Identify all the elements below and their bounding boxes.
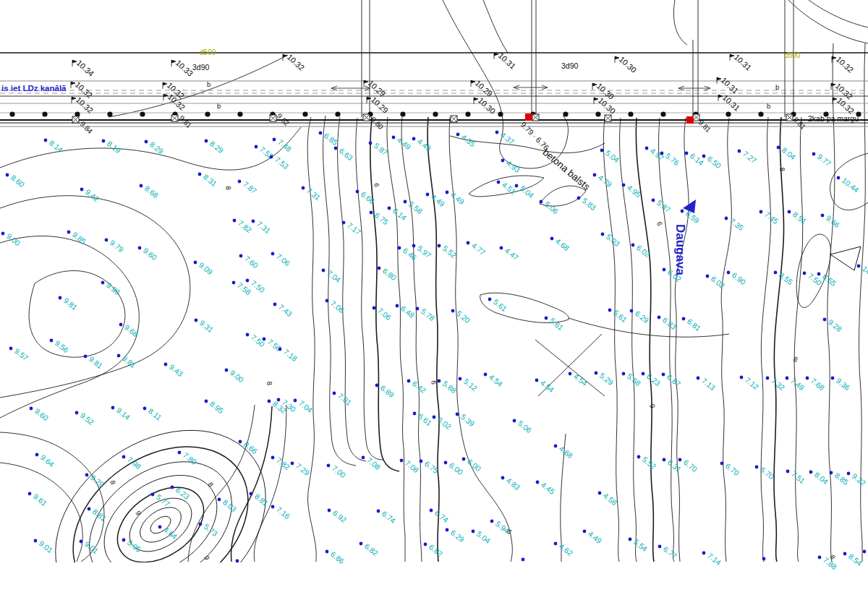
survey-point-label: 8.19 — [106, 139, 123, 155]
survey-point — [467, 241, 470, 245]
b-label: b — [775, 83, 779, 91]
survey-point — [706, 275, 710, 278]
railing-post-dot — [628, 111, 633, 116]
survey-point-label: 4.49 — [430, 192, 447, 208]
survey-point-label: 5.83 — [581, 196, 598, 212]
railing-post-dot — [205, 111, 210, 116]
survey-point — [145, 140, 148, 144]
contour-line — [401, 117, 422, 562]
survey-point-label: 7.32 — [770, 376, 787, 392]
survey-point — [631, 244, 635, 247]
survey-point-label: 4.35 — [460, 132, 477, 148]
survey-point — [239, 440, 242, 444]
survey-point — [725, 217, 728, 220]
survey-point-label: 5.06 — [543, 200, 561, 215]
survey-point — [430, 509, 433, 513]
survey-point — [830, 471, 833, 475]
survey-point — [823, 318, 827, 322]
track-elevation-label: 10.31 — [720, 76, 740, 95]
survey-point — [271, 505, 275, 509]
survey-point — [252, 220, 255, 223]
survey-point — [843, 552, 847, 556]
survey-point-label: 7.43 — [277, 302, 294, 318]
survey-point — [359, 542, 363, 546]
track-elevation-label: 10.31 — [733, 53, 753, 72]
survey-point-label: 9.57 — [13, 346, 30, 362]
track-elevation-label: 10.34 — [75, 59, 95, 78]
survey-point-label: 9.01 — [83, 539, 101, 555]
marker-elevation-label: 9.80 — [370, 116, 386, 132]
survey-point — [271, 252, 275, 256]
survey-point — [273, 138, 276, 142]
survey-point — [658, 316, 661, 320]
survey-point-label: 9.81 — [88, 354, 105, 370]
railing-post-dot — [140, 111, 145, 116]
survey-point-label: 9.64 — [39, 453, 56, 468]
survey-point — [550, 237, 554, 241]
direction-arrow-icon — [830, 247, 861, 270]
survey-point-label: 7.01 — [336, 391, 354, 407]
survey-point-label: 4.49 — [396, 135, 413, 151]
survey-point — [88, 507, 91, 511]
survey-point-label: 9.42 — [84, 187, 101, 203]
survey-point-label: 8.29 — [208, 139, 226, 155]
survey-map-canvas: 10.3410.3310.3210.3110.3010.3110.3210.32… — [0, 0, 868, 613]
survey-point-label: 6.29 — [634, 309, 651, 325]
survey-point — [140, 184, 143, 188]
pipe-3d90-label: 3d90 — [192, 63, 209, 72]
survey-point — [218, 498, 221, 502]
survey-point — [151, 493, 155, 497]
contour-elevation-label: 9 — [648, 403, 657, 409]
survey-point — [577, 197, 581, 200]
survey-point-label: 6.74 — [433, 508, 451, 524]
survey-point-label: 9.43 — [168, 362, 185, 378]
contour-line — [761, 117, 770, 562]
survey-point-label: 6.80 — [381, 266, 399, 282]
contour-line — [443, 0, 568, 168]
survey-point — [777, 146, 780, 150]
marker-elevation-label: 9.81 — [178, 114, 194, 130]
survey-point-label: 7.49 — [789, 376, 807, 392]
railing-post-dot — [595, 111, 600, 116]
survey-point-label: 7.13 — [700, 376, 718, 392]
survey-point — [404, 200, 407, 204]
survey-point-label: 6.42 — [411, 379, 428, 395]
survey-point-label: 5.54 — [632, 537, 650, 553]
survey-point-label: 8.68 — [143, 184, 161, 200]
survey-point-label: 7.53 — [273, 155, 291, 171]
survey-point-label: 6.83 — [661, 315, 678, 331]
survey-point — [378, 267, 381, 270]
survey-point-label: 6.74 — [380, 509, 398, 525]
survey-point — [786, 377, 789, 380]
survey-point-label: 7.06 — [329, 299, 346, 314]
survey-point — [1, 232, 5, 236]
survey-point-label: 7.31 — [305, 186, 323, 202]
survey-point-label: 6.23 — [645, 372, 663, 387]
survey-point-label: 4.83 — [505, 476, 522, 492]
survey-point — [412, 244, 416, 248]
track-elevation-label: 10.33 — [174, 59, 195, 78]
survey-point — [105, 239, 109, 242]
survey-point — [821, 214, 825, 218]
survey-point-label: 4.77 — [470, 241, 488, 257]
survey-point-label: 6.89 — [379, 383, 396, 399]
contour-line — [323, 116, 356, 466]
survey-point-label: 7.82 — [237, 218, 254, 234]
survey-point — [660, 152, 664, 155]
survey-point — [199, 523, 203, 526]
survey-point-label: 7.08 — [365, 455, 383, 471]
survey-point — [416, 307, 420, 311]
survey-point-label: 6.70 — [682, 458, 699, 473]
survey-point-label: 7.50 — [250, 278, 267, 294]
survey-point — [658, 545, 662, 549]
survey-point — [645, 147, 649, 150]
survey-point — [122, 539, 126, 542]
survey-point — [678, 458, 682, 462]
survey-point — [400, 459, 404, 463]
survey-point — [629, 538, 632, 541]
survey-point — [80, 540, 83, 544]
survey-point — [501, 159, 505, 163]
survey-point — [663, 268, 666, 272]
survey-point — [246, 279, 250, 283]
survey-point — [377, 510, 380, 513]
